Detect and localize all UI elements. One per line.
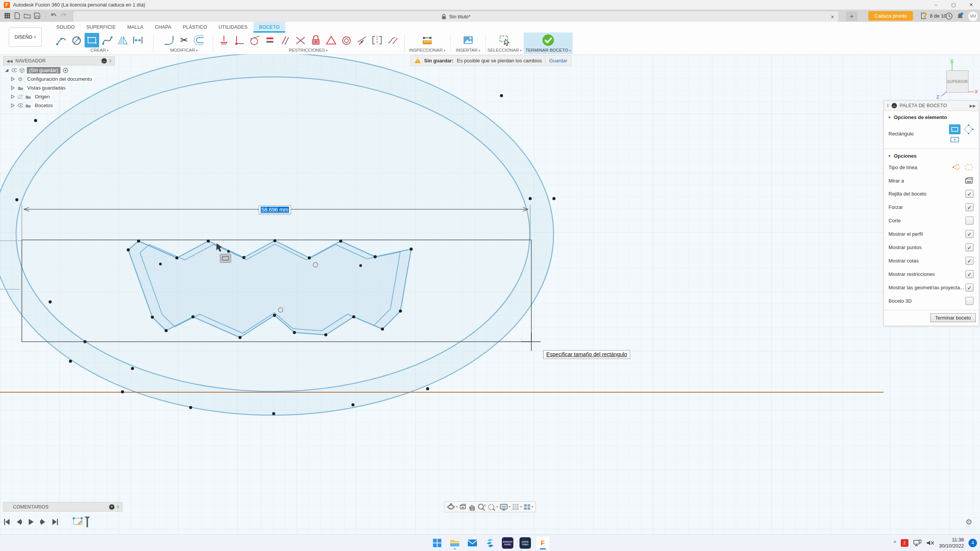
fusion360-taskbar-icon[interactable]: F [536, 536, 550, 550]
rectangle-center-icon[interactable] [950, 137, 959, 143]
step-back-icon[interactable] [15, 518, 22, 526]
collapse-arrow-icon[interactable] [10, 77, 15, 81]
panel-grip[interactable]: ‖ [109, 59, 111, 63]
checkbox[interactable]: ✓ [965, 297, 973, 305]
file-explorer-icon[interactable] [448, 536, 462, 550]
collapse-left-icon[interactable]: ◀◀ [7, 59, 13, 63]
eye-icon[interactable] [11, 68, 17, 72]
sketch-dimension-icon[interactable] [131, 33, 145, 47]
preferences-gear-icon[interactable]: ⚙ [965, 517, 972, 527]
eye-off-icon[interactable] [18, 95, 23, 99]
navigator-header[interactable]: ◀◀ NAVEGADOR – ‖ [3, 56, 115, 65]
minimize-button[interactable]: – [927, 0, 945, 10]
palette-header[interactable]: ‖ – PALETA DE BOCETO ▶▶ [884, 101, 979, 111]
volume-muted-icon[interactable] [926, 540, 934, 546]
clock-icon[interactable] [944, 11, 953, 20]
mail-icon[interactable] [466, 536, 479, 550]
quota-indicator[interactable]: 8 de 10 [921, 11, 946, 21]
start-button[interactable] [430, 536, 444, 550]
fillet-tool-icon[interactable] [162, 33, 176, 47]
circle-tool-icon[interactable] [69, 33, 84, 47]
panel-plus-icon[interactable]: + [109, 504, 114, 510]
fit-icon[interactable]: ▾ [487, 503, 498, 511]
tab-superficie[interactable]: SUPERFICIE [80, 22, 121, 33]
pan-icon[interactable] [468, 503, 476, 511]
checkbox[interactable]: ✓ [965, 243, 973, 251]
constraint-tangent-icon[interactable] [247, 33, 262, 47]
measure-icon[interactable] [420, 33, 434, 47]
tree-item-sketches[interactable]: Bocetos [10, 101, 94, 110]
tab-utilidades[interactable]: UTILIDADES [213, 22, 253, 33]
step-forward-icon[interactable] [40, 518, 47, 526]
amazon-music-icon[interactable]: amazonmusic [501, 536, 514, 550]
checkbox[interactable]: ✓ [965, 257, 973, 265]
panel-minus-icon[interactable]: – [892, 103, 897, 108]
notifications-bell-icon[interactable] [956, 11, 964, 20]
checkbox[interactable]: ✓ [965, 230, 973, 238]
tab-plastico[interactable]: PLÁSTICO [177, 22, 213, 33]
collapse-arrow-icon[interactable] [10, 103, 15, 108]
close-button[interactable]: ✕ [962, 0, 980, 10]
tray-app-badge[interactable]: 2 [901, 539, 908, 547]
panel-minus-icon[interactable]: – [101, 58, 107, 64]
tray-chevron-icon[interactable]: ^ [893, 540, 896, 546]
new-tab-button[interactable]: + [846, 11, 858, 21]
play-icon[interactable] [28, 518, 34, 526]
close-tab-icon[interactable]: × [831, 13, 834, 20]
group-terminar-boceto[interactable]: TERMINAR BOCETO [524, 33, 573, 54]
panel-grip[interactable]: ‖ [117, 505, 119, 509]
sketch-canvas[interactable]: Sin guardar: Es posible que se pierdan l… [0, 54, 980, 534]
undo-icon[interactable] [49, 11, 59, 20]
checkbox[interactable]: ✓ [965, 203, 973, 211]
constraint-equal-icon[interactable] [263, 33, 277, 47]
app-grid-icon[interactable] [2, 11, 12, 20]
finish-sketch-button[interactable]: Terminar boceto [930, 313, 976, 322]
constraint-concentric-icon[interactable] [339, 33, 354, 47]
constraint-perpendicular-icon[interactable] [232, 33, 247, 47]
constraint-polygon-icon[interactable] [324, 33, 338, 47]
tab-solido[interactable]: SOLIDO [51, 22, 80, 33]
construction-line-icon[interactable] [952, 163, 961, 171]
skip-start-icon[interactable] [3, 518, 10, 526]
constraint-symmetry-icon[interactable] [370, 33, 384, 47]
document-tab[interactable]: Sin título* × [73, 11, 839, 22]
spline-tool-icon[interactable] [100, 33, 114, 47]
expand-icon[interactable] [4, 68, 9, 72]
finish-sketch-icon[interactable] [541, 33, 555, 47]
checkbox[interactable]: ✓ [965, 217, 973, 225]
blue-blocks-app-icon[interactable] [483, 536, 497, 550]
skip-end-icon[interactable] [52, 518, 59, 526]
save-link[interactable]: Guardar [549, 58, 567, 64]
comments-header[interactable]: COMENTARIOS + ‖ [3, 502, 122, 512]
centerline-icon[interactable] [964, 163, 973, 171]
save-icon[interactable] [32, 11, 42, 20]
checkbox[interactable]: ✓ [965, 190, 973, 198]
checkbox[interactable]: ✓ [965, 270, 973, 278]
viewcube[interactable]: Y X Z SUPERIOR [934, 61, 978, 99]
tab-malla[interactable]: MALLA [121, 22, 149, 33]
license-expire-button[interactable]: Caduca pronto [868, 11, 913, 21]
tree-item-origin[interactable]: Origen [10, 92, 94, 101]
tree-item-doc-settings[interactable]: ⚙ Configuración del documento [10, 75, 94, 83]
constraint-lock-icon[interactable] [309, 33, 323, 47]
insert-image-icon[interactable] [461, 33, 475, 47]
timeline-marker[interactable] [73, 516, 90, 528]
section-element-options[interactable]: ▼Opciones de elemento [884, 111, 979, 122]
tab-boceto[interactable]: BOCETO [253, 22, 286, 33]
root-document-label[interactable]: (Sin guardar) [27, 67, 60, 73]
network-icon[interactable] [913, 540, 921, 546]
display-settings-icon[interactable]: ▾ [500, 503, 510, 511]
collapse-arrow-icon[interactable] [10, 95, 15, 99]
viewcube-face-top[interactable]: SUPERIOR [946, 70, 969, 93]
panel-grip[interactable]: ‖ [887, 103, 889, 108]
taskbar-clock[interactable]: 11:38 30/10/2022 [939, 537, 964, 549]
redo-icon[interactable] [59, 11, 69, 20]
rectangle-tool-icon[interactable] [85, 33, 99, 47]
dimension-input[interactable]: 58.696 mm [259, 205, 291, 214]
notification-count-badge[interactable]: 4 [969, 539, 977, 547]
look-at-icon[interactable] [459, 504, 467, 510]
grid-settings-icon[interactable]: ▾ [512, 503, 522, 511]
trim-tool-icon[interactable]: ✂ [177, 33, 191, 47]
open-folder-icon[interactable] [22, 11, 32, 20]
zoom-icon[interactable]: ± [477, 503, 486, 511]
